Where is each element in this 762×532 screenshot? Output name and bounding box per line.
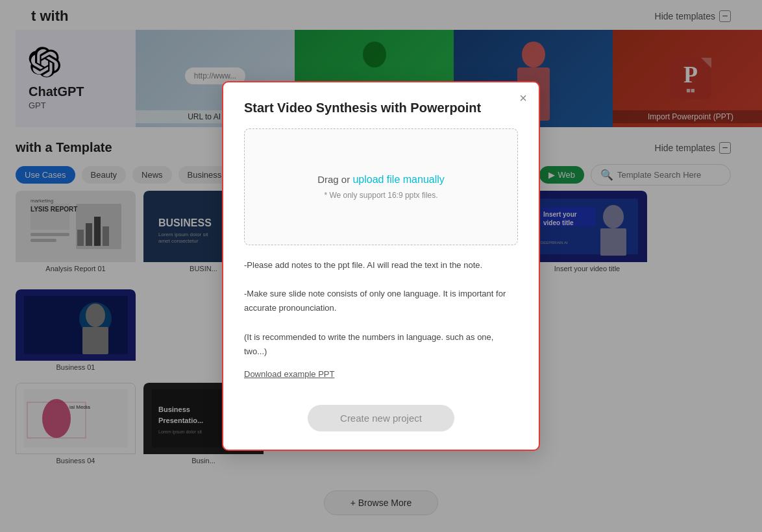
upload-text-row: Drag or upload file manually xyxy=(317,174,445,186)
upload-link[interactable]: upload file manually xyxy=(352,174,444,185)
ppt-modal: × Start Video Synthesis with Powerpoint … xyxy=(222,81,540,451)
upload-subtext: * We only support 16:9 pptx files. xyxy=(324,191,437,200)
modal-note2: -Make sure slide note consists of only o… xyxy=(244,287,518,315)
modal-overlay: × Start Video Synthesis with Powerpoint … xyxy=(0,0,762,532)
modal-note3: (It is recommended to write the numbers … xyxy=(244,330,518,359)
modal-title: Start Video Synthesis with Powerpoint xyxy=(244,101,518,115)
download-example-link[interactable]: Download example PPT xyxy=(244,369,334,379)
upload-zone[interactable]: Drag or upload file manually * We only s… xyxy=(244,128,518,245)
modal-note1: -Please add notes to the ppt file. AI wi… xyxy=(244,258,518,272)
modal-notes: -Please add notes to the ppt file. AI wi… xyxy=(244,258,518,359)
modal-close-button[interactable]: × xyxy=(519,91,527,104)
create-project-button[interactable]: Create new project xyxy=(308,405,454,431)
upload-drag-text: Drag or xyxy=(317,174,352,185)
